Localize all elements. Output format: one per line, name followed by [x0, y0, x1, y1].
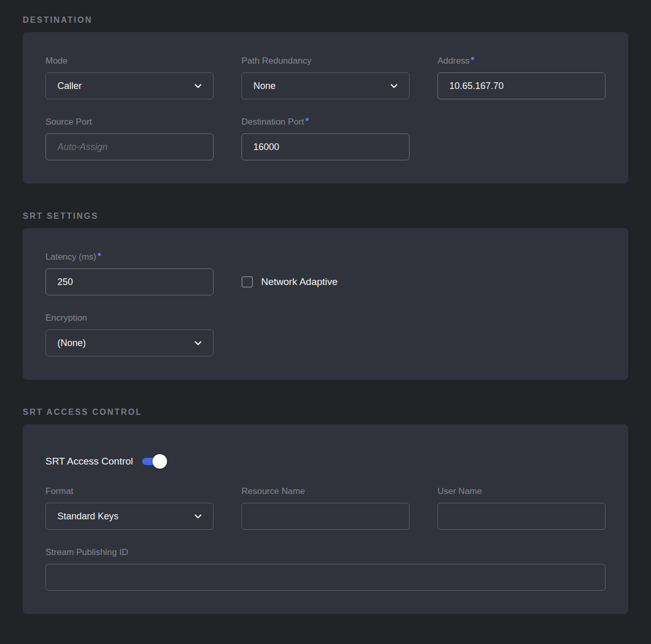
stream-publishing-id-label: Stream Publishing ID — [46, 547, 605, 558]
user-name-label: User Name — [437, 486, 605, 497]
toggle-knob — [153, 454, 167, 469]
mode-select-value: Caller — [57, 81, 82, 92]
encryption-label: Encryption — [46, 313, 214, 323]
format-select-value: Standard Keys — [57, 511, 118, 522]
srt-settings-section: SRT SETTINGS Latency (ms) Network Adapti… — [23, 212, 628, 380]
destination-port-label-text: Destination Port — [241, 117, 304, 127]
network-adaptive-label: Network Adaptive — [261, 276, 338, 288]
srt-settings-section-title: SRT SETTINGS — [23, 212, 628, 221]
destination-port-label: Destination Port — [241, 117, 410, 127]
destination-section-title: DESTINATION — [23, 16, 628, 25]
destination-port-field: Destination Port — [241, 117, 410, 160]
format-label: Format — [46, 486, 214, 497]
path-redundancy-select-value: None — [253, 81, 276, 92]
mode-field: Mode Caller — [46, 56, 214, 99]
destination-section: DESTINATION Mode Caller Path Redundancy … — [23, 16, 628, 184]
resource-name-label: Resource Name — [241, 486, 410, 497]
chevron-down-icon — [389, 81, 399, 91]
network-adaptive-group: Network Adaptive — [241, 268, 338, 295]
path-redundancy-select[interactable]: None — [241, 72, 410, 99]
srt-settings-panel: Latency (ms) Network Adaptive Encryption… — [23, 228, 628, 380]
address-label-text: Address — [437, 56, 470, 66]
format-field: Format Standard Keys — [46, 486, 214, 530]
destination-panel: Mode Caller Path Redundancy None — [23, 32, 628, 184]
address-label: Address — [437, 56, 605, 66]
user-name-input[interactable] — [437, 503, 605, 530]
chevron-down-icon — [193, 81, 203, 91]
srt-access-control-toggle[interactable] — [142, 458, 162, 465]
latency-input[interactable] — [46, 268, 214, 295]
address-input[interactable] — [437, 72, 605, 99]
network-adaptive-checkbox[interactable] — [241, 276, 253, 288]
format-select[interactable]: Standard Keys — [46, 503, 214, 530]
encryption-field: Encryption (None) — [46, 313, 214, 356]
srt-access-control-section-title: SRT ACCESS CONTROL — [23, 408, 628, 417]
srt-access-control-toggle-label: SRT Access Control — [46, 456, 133, 467]
address-field: Address — [437, 56, 605, 99]
user-name-field: User Name — [437, 486, 605, 530]
destination-port-input[interactable] — [241, 133, 410, 160]
latency-field: Latency (ms) — [46, 252, 214, 295]
resource-name-field: Resource Name — [241, 486, 410, 530]
mode-label: Mode — [46, 56, 214, 66]
required-dot — [306, 118, 309, 121]
encryption-select[interactable]: (None) — [46, 330, 214, 356]
srt-access-control-panel: SRT Access Control Format Standard Keys … — [23, 424, 628, 614]
path-redundancy-label: Path Redundancy — [241, 56, 410, 66]
source-port-label: Source Port — [46, 117, 214, 127]
required-dot — [471, 57, 474, 60]
latency-label-text: Latency (ms) — [46, 252, 96, 262]
chevron-down-icon — [193, 512, 203, 521]
srt-access-control-toggle-row: SRT Access Control — [46, 455, 605, 468]
resource-name-input[interactable] — [241, 503, 410, 530]
stream-publishing-id-field: Stream Publishing ID — [46, 547, 605, 591]
mode-select[interactable]: Caller — [46, 72, 214, 99]
encryption-select-value: (None) — [57, 338, 86, 349]
srt-access-control-section: SRT ACCESS CONTROL SRT Access Control Fo… — [23, 408, 628, 614]
stream-publishing-id-input[interactable] — [46, 564, 605, 591]
latency-label: Latency (ms) — [46, 252, 214, 262]
path-redundancy-field: Path Redundancy None — [241, 56, 410, 99]
source-port-input[interactable] — [46, 133, 214, 160]
required-dot — [98, 253, 101, 256]
chevron-down-icon — [193, 338, 203, 348]
source-port-field: Source Port — [46, 117, 214, 160]
